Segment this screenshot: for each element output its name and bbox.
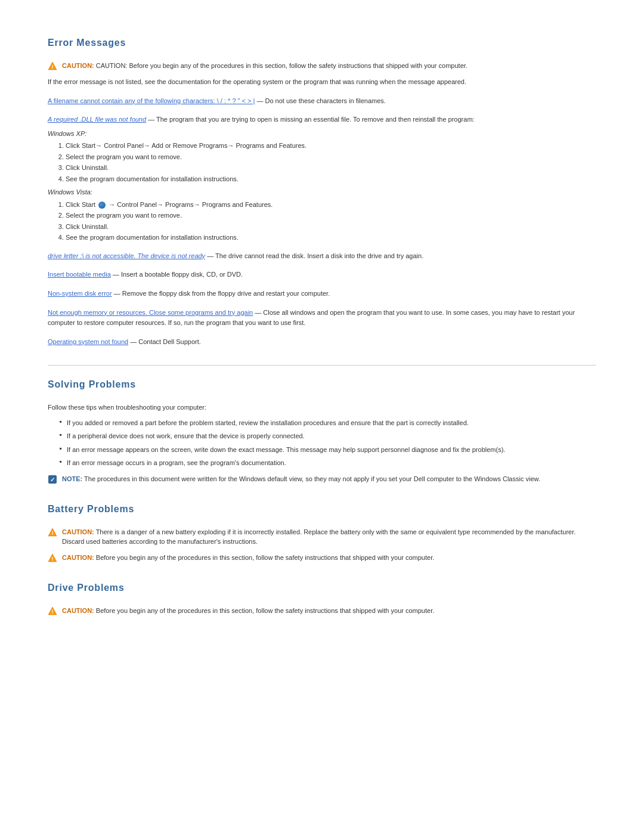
dll-error-link[interactable]: A required .DLL file was not found: [48, 116, 146, 123]
note-icon: ✓: [48, 475, 57, 484]
svg-text:✓: ✓: [50, 476, 55, 483]
solving-problems-title: Solving Problems: [48, 377, 596, 392]
solving-problems-note: ✓ NOTE: The procedures in this document …: [48, 474, 596, 484]
drive-error-link[interactable]: drive letter :\ is not accessible. The d…: [48, 252, 205, 259]
list-item: Click Start → Control Panel→ Programs→ P…: [66, 200, 596, 210]
list-item: Click Uninstall.: [66, 163, 596, 173]
error-entry-memory: Not enough memory or resources. Close so…: [48, 308, 596, 329]
list-item: Select the program you want to remove.: [66, 152, 596, 162]
windows-xp-steps: Click Start→ Control Panel→ Add or Remov…: [66, 141, 596, 184]
caution-icon: !: [48, 606, 57, 616]
list-item: Select the program you want to remove.: [66, 210, 596, 221]
list-item: If a peripheral device does not work, en…: [60, 431, 596, 441]
error-messages-intro: If the error message is not listed, see …: [48, 77, 596, 88]
drive-error-desc: — The drive cannot read the disk. Insert…: [207, 252, 423, 259]
bootable-error-desc: — Insert a bootable floppy disk, CD, or …: [113, 271, 243, 278]
memory-error-link[interactable]: Not enough memory or resources. Close so…: [48, 309, 253, 316]
battery-problems-section: Battery Problems ! CAUTION: There is a d…: [48, 502, 596, 563]
drive-caution: ! CAUTION: Before you begin any of the p…: [48, 606, 596, 616]
windows-vista-label: Windows Vista:: [48, 187, 596, 197]
filename-error-link[interactable]: A filename cannot contain any of the fol…: [48, 97, 255, 104]
list-item: See the program documentation for instal…: [66, 174, 596, 184]
os-error-desc: — Contact Dell Support.: [130, 338, 201, 345]
list-item: Click Start→ Control Panel→ Add or Remov…: [66, 141, 596, 151]
drive-problems-section: Drive Problems ! CAUTION: Before you beg…: [48, 581, 596, 616]
list-item: If you added or removed a part before th…: [60, 418, 596, 428]
nonsystem-error-desc: — Remove the floppy disk from the floppy…: [114, 290, 330, 297]
windows-vista-steps: Click Start → Control Panel→ Programs→ P…: [66, 200, 596, 243]
error-messages-title: Error Messages: [48, 36, 596, 50]
windows-globe-icon: [98, 202, 106, 209]
solving-problems-section: Solving Problems Follow these tips when …: [48, 377, 596, 484]
error-entry-nonsystem: Non-system disk error — Remove the flopp…: [48, 289, 596, 299]
drive-problems-title: Drive Problems: [48, 581, 596, 595]
svg-text:!: !: [52, 64, 54, 70]
list-item: If an error message appears on the scree…: [60, 445, 596, 455]
svg-text:!: !: [52, 530, 54, 536]
battery-caution-2: ! CAUTION: Before you begin any of the p…: [48, 553, 596, 563]
os-error-link[interactable]: Operating system not found: [48, 338, 128, 345]
caution-icon: !: [48, 61, 57, 71]
error-entry-bootable: Insert bootable media — Insert a bootabl…: [48, 270, 596, 280]
error-entry-filename: A filename cannot contain any of the fol…: [48, 96, 596, 107]
solving-problems-tips: If you added or removed a part before th…: [60, 418, 596, 468]
list-item: Click Uninstall.: [66, 222, 596, 232]
nonsystem-error-link[interactable]: Non-system disk error: [48, 290, 112, 297]
svg-text:!: !: [52, 609, 54, 615]
list-item: See the program documentation for instal…: [66, 233, 596, 243]
caution-icon: !: [48, 553, 57, 563]
caution-icon: !: [48, 528, 57, 537]
solving-problems-intro: Follow these tips when troubleshooting y…: [48, 402, 596, 413]
list-item: If an error message occurs in a program,…: [60, 458, 596, 468]
filename-error-desc: — Do not use these characters in filenam…: [256, 97, 385, 104]
windows-xp-label: Windows XP:: [48, 129, 596, 139]
error-entry-drive: drive letter :\ is not accessible. The d…: [48, 251, 596, 262]
section-divider: [48, 365, 596, 366]
error-entry-os: Operating system not found — Contact Del…: [48, 337, 596, 348]
error-entry-dll: A required .DLL file was not found — The…: [48, 114, 596, 243]
bootable-error-link[interactable]: Insert bootable media: [48, 271, 111, 278]
error-messages-section: Error Messages ! CAUTION: CAUTION: Befor…: [48, 36, 596, 347]
error-messages-caution: ! CAUTION: CAUTION: Before you begin any…: [48, 61, 596, 71]
svg-text:!: !: [52, 556, 54, 562]
battery-caution-1: ! CAUTION: There is a danger of a new ba…: [48, 527, 596, 547]
battery-problems-title: Battery Problems: [48, 502, 596, 516]
